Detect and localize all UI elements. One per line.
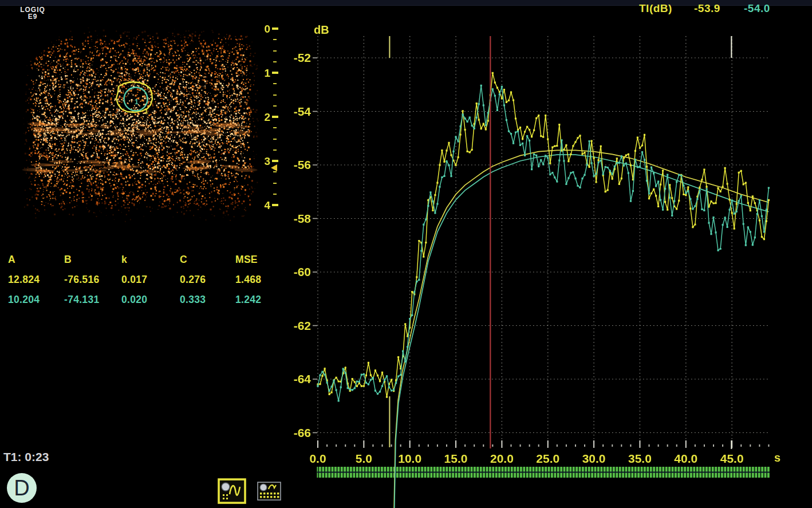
- x-tick-label: 25.0: [536, 452, 559, 465]
- y-tick-label: -62: [294, 319, 311, 332]
- y-tick-label: -56: [294, 158, 311, 171]
- y-tick-label: -60: [294, 265, 311, 278]
- x-tick-label: 40.0: [674, 452, 697, 465]
- logiq-e9-screen: LOGIQ E9 1 1 01234 TI(dB) -53.9 -54.0 AB…: [0, 0, 812, 508]
- y-tick-label: -66: [294, 426, 311, 439]
- tic-series-1: [317, 72, 770, 398]
- y-tick-label: -52: [294, 51, 311, 64]
- tic-series-2: [317, 85, 770, 402]
- x-axis-unit: s: [774, 451, 781, 464]
- x-tick-label: 35.0: [628, 452, 652, 465]
- x-tick-label: 5.0: [356, 452, 372, 465]
- y-tick-label: -54: [294, 105, 312, 118]
- x-tick-label: 15.0: [444, 452, 468, 465]
- y-tick-label: -58: [294, 212, 312, 225]
- y-tick-label: -64: [294, 372, 312, 385]
- x-tick-label: 20.0: [490, 452, 514, 465]
- x-tick-label: 10.0: [398, 452, 421, 465]
- x-tick-label: 30.0: [582, 452, 606, 465]
- time-intensity-chart: -52-54-56-58-60-62-64-660.05.010.015.020…: [0, 0, 812, 508]
- y-axis-label: dB: [314, 23, 329, 36]
- x-tick-label: 45.0: [720, 452, 744, 465]
- chart-grid: -52-54-56-58-60-62-64-660.05.010.015.020…: [294, 36, 770, 465]
- x-tick-label: 0.0: [309, 452, 326, 465]
